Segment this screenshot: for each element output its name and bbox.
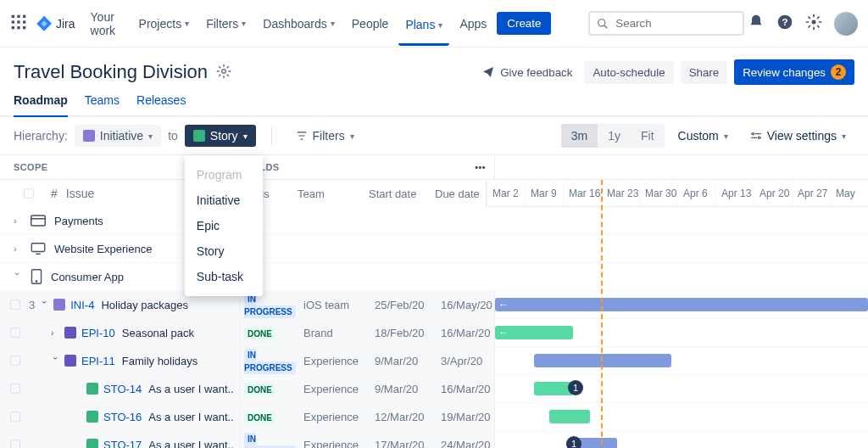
timeframe-custom[interactable]: Custom ▾ (670, 125, 737, 147)
svg-rect-0 (12, 15, 14, 18)
status-lozenge[interactable]: DONE (244, 328, 275, 340)
chevron-down-icon[interactable]: › (13, 272, 23, 281)
start-date-cell: 9/Mar/20 (375, 376, 441, 402)
col-due: Due date (435, 181, 486, 207)
issue-row[interactable]: STO-16As a user I want..DONEExperience12… (0, 403, 868, 431)
notifications-icon[interactable] (748, 14, 765, 33)
fields-menu-icon[interactable]: ••• (470, 162, 491, 172)
svg-text:?: ? (782, 16, 787, 27)
nav-filters[interactable]: Filters▾ (199, 12, 253, 36)
epic-icon (64, 355, 76, 367)
hierarchy-to[interactable]: Story ▾ Program Initiative Epic Story Su… (185, 125, 256, 147)
status-lozenge[interactable]: IN PROGRESS (244, 349, 296, 374)
issue-row[interactable]: STO-17As a user I want..IN PROGRESSExper… (0, 431, 868, 448)
share-button[interactable]: Share (681, 61, 728, 84)
chevron-right-icon[interactable]: › (14, 244, 22, 254)
timeframe-1y[interactable]: 1y (598, 124, 631, 148)
page-title: Travel Booking Division (14, 61, 208, 83)
issue-key[interactable]: STO-17 (103, 439, 142, 449)
dependency-badge[interactable]: 1 (566, 436, 581, 448)
dropdown-program[interactable]: Program (185, 162, 263, 188)
due-date-cell: 3/Apr/20 (441, 348, 492, 374)
nav-plans[interactable]: Plans▾ (398, 13, 449, 46)
chevron-down-icon[interactable]: › (40, 300, 49, 309)
svg-line-10 (604, 25, 608, 28)
nav-dashboards[interactable]: Dashboards▾ (256, 12, 342, 36)
gantt-bar[interactable] (576, 438, 617, 448)
section-payments[interactable]: › Payments (0, 207, 868, 235)
nav-apps[interactable]: Apps (453, 12, 493, 36)
issue-row[interactable]: 3›INI-4Holiday packagesIN PROGRESSiOS te… (0, 291, 868, 319)
issue-summary: Family holidays (122, 355, 198, 367)
tab-roadmap[interactable]: Roadmap (14, 93, 68, 117)
hierarchy-from[interactable]: Initiative ▾ (75, 125, 161, 147)
filters-button[interactable]: Filters ▾ (287, 125, 363, 147)
row-checkbox[interactable] (10, 384, 20, 394)
issue-row[interactable]: STO-14As a user I want..DONEExperience9/… (0, 375, 868, 403)
dropdown-initiative[interactable]: Initiative (185, 188, 263, 213)
auto-schedule-button[interactable]: Auto-schedule (584, 61, 673, 84)
chevron-right-icon[interactable]: › (51, 328, 59, 338)
status-lozenge[interactable]: DONE (244, 412, 275, 424)
issue-key[interactable]: INI-4 (70, 299, 94, 311)
status-lozenge[interactable]: IN PROGRESS (244, 433, 296, 448)
gantt-bar[interactable] (549, 410, 590, 423)
svg-rect-6 (12, 26, 14, 29)
section-website[interactable]: › Website Experience (0, 235, 868, 263)
col-issue: Issue (66, 187, 94, 200)
dependency-badge[interactable]: 1 (568, 380, 583, 395)
dropdown-story[interactable]: Story (185, 238, 263, 264)
row-checkbox[interactable] (10, 328, 20, 338)
timeframe-fit[interactable]: Fit (631, 124, 665, 148)
chevron-right-icon[interactable]: › (14, 216, 22, 226)
gantt-bar[interactable]: ← (495, 326, 573, 339)
nav-projects[interactable]: Projects▾ (132, 12, 197, 36)
team-cell: Experience (303, 432, 375, 449)
gantt-bar[interactable]: ← (495, 298, 868, 311)
section-label: Payments (54, 215, 103, 227)
tab-teams[interactable]: Teams (85, 93, 120, 115)
dropdown-epic[interactable]: Epic (185, 213, 263, 238)
timeframe-3m[interactable]: 3m (561, 124, 598, 148)
issue-key[interactable]: EPI-10 (81, 327, 115, 339)
nav-people[interactable]: People (345, 12, 396, 36)
row-checkbox[interactable] (10, 440, 20, 448)
status-lozenge[interactable]: DONE (244, 384, 275, 396)
start-date-cell: 12/Mar/20 (375, 404, 441, 430)
issue-summary: Holiday packages (101, 299, 188, 311)
issue-key[interactable]: STO-14 (103, 383, 142, 395)
svg-point-9 (598, 19, 605, 25)
settings-icon[interactable] (805, 14, 822, 33)
select-all-checkbox[interactable] (24, 188, 34, 199)
view-settings[interactable]: View settings ▾ (742, 125, 854, 147)
story-icon (86, 411, 98, 423)
avatar[interactable] (834, 12, 858, 36)
plan-settings-icon[interactable] (216, 64, 231, 81)
review-count-badge: 2 (831, 64, 846, 80)
issue-row[interactable]: ›EPI-11Family holidaysIN PROGRESSExperie… (0, 347, 868, 375)
app-switcher-icon[interactable] (10, 14, 27, 33)
row-checkbox[interactable] (10, 412, 20, 422)
timeline-col: Mar 2 (487, 181, 525, 206)
status-lozenge[interactable]: IN PROGRESS (244, 293, 296, 318)
tab-releases[interactable]: Releases (136, 93, 186, 115)
gantt-bar[interactable] (534, 354, 671, 367)
issue-key[interactable]: EPI-11 (81, 355, 115, 367)
chevron-down-icon[interactable]: › (51, 356, 60, 365)
timeline-col: Mar 16 (563, 181, 601, 206)
search-input[interactable] (588, 11, 744, 36)
jira-logo[interactable]: Jira (36, 15, 75, 32)
review-changes-button[interactable]: Review changes 2 (734, 59, 854, 85)
section-consumer[interactable]: › Consumer App (0, 263, 868, 291)
dropdown-subtask[interactable]: Sub-task (185, 264, 263, 289)
row-checkbox[interactable] (10, 356, 20, 366)
nav-yourwork[interactable]: Your work (84, 5, 129, 42)
help-icon[interactable]: ? (776, 14, 793, 33)
create-button[interactable]: Create (497, 12, 551, 35)
timeline-col: May (830, 181, 868, 206)
issue-key[interactable]: STO-16 (103, 411, 142, 423)
svg-point-15 (752, 133, 754, 135)
give-feedback-button[interactable]: Give feedback (476, 64, 577, 80)
row-checkbox[interactable] (10, 300, 20, 310)
issue-row[interactable]: ›EPI-10Seasonal packDONEBrand18/Feb/2016… (0, 319, 868, 347)
